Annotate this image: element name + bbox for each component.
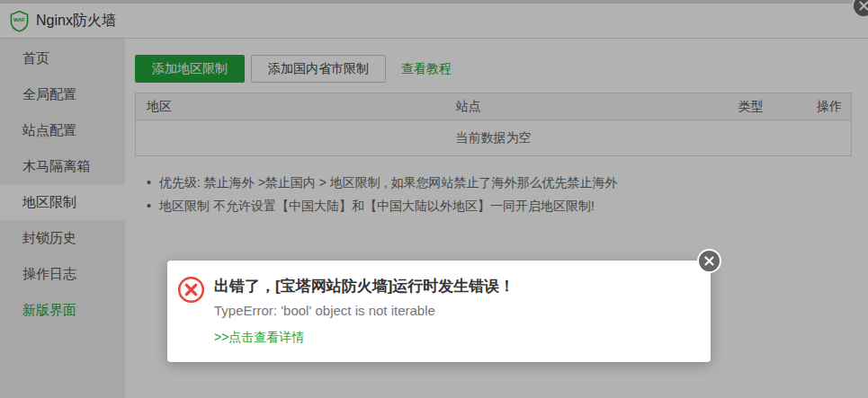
error-message: TypeError: 'bool' object is not iterable [214,302,515,320]
modal-close-button[interactable] [697,249,721,273]
error-modal: 出错了，[宝塔网站防火墙]运行时发生错误！ TypeError: 'bool' … [167,261,711,362]
close-icon [704,256,714,266]
error-circle-icon [177,276,205,304]
modal-body: 出错了，[宝塔网站防火墙]运行时发生错误！ TypeError: 'bool' … [167,261,711,346]
error-title: 出错了，[宝塔网站防火墙]运行时发生错误！ [214,275,515,297]
modal-text: 出错了，[宝塔网站防火墙]运行时发生错误！ TypeError: 'bool' … [214,275,515,346]
view-details-link[interactable]: >>点击查看详情 [214,330,304,346]
